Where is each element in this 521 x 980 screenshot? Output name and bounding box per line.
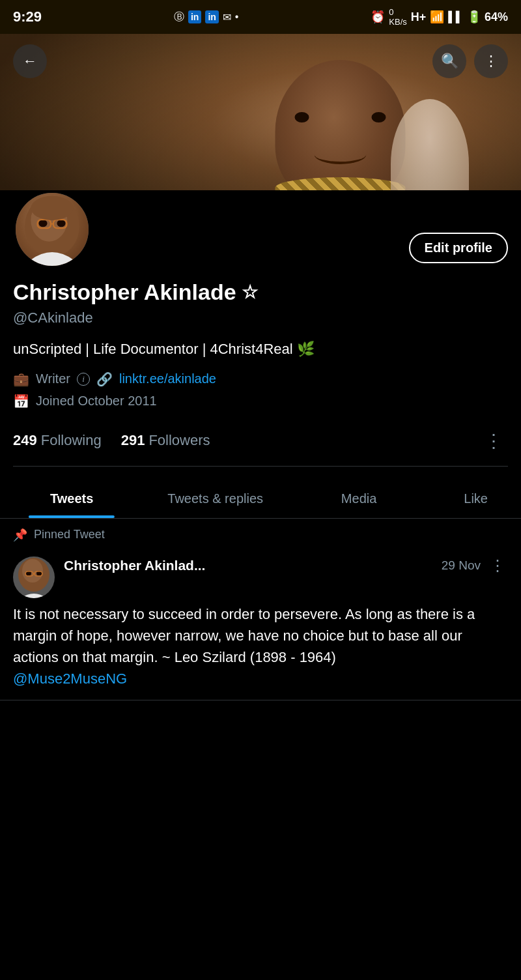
linkedin-icon-2: in [205, 10, 218, 23]
briefcase-icon: 💼 [13, 371, 29, 387]
child-eye-right [372, 112, 386, 122]
data-speed: 0KB/s [389, 7, 406, 27]
tweet-author-name: Christopher Akinlad... [64, 558, 205, 573]
tweet-header: Christopher Akinlad... 29 Nov ⋮ [13, 556, 508, 598]
back-icon: ← [23, 53, 37, 70]
status-bar: 9:29 Ⓑ in in ✉ • ⏰ 0KB/s H+ 📶 ▌▌ 🔋 64% [0, 0, 521, 34]
stats-row: 249 Following 291 Followers ⋮ [13, 416, 508, 467]
display-name: Christopher Akinlade ☆ [13, 279, 508, 306]
nav-right-buttons: 🔍 ⋮ [432, 44, 508, 78]
status-system-icons: ⏰ 0KB/s H+ 📶 ▌▌ 🔋 64% [371, 7, 508, 27]
joined-date-row: 📅 Joined October 2011 [13, 394, 508, 409]
svg-point-2 [38, 220, 47, 227]
avatar-svg [16, 193, 89, 266]
link-text: linktr.ee/akinlade [119, 371, 216, 386]
status-notification-icons: Ⓑ in in ✉ • [174, 10, 239, 24]
more-icon: ⋮ [484, 53, 498, 70]
tweet-more-button[interactable]: ⋮ [487, 556, 508, 575]
battery-icon: 🔋 64% [467, 10, 508, 24]
status-time: 9:29 [13, 8, 42, 25]
stats-more-button[interactable]: ⋮ [479, 427, 508, 454]
user-handle: @CAkinlade [13, 310, 508, 326]
tweet-meta: Christopher Akinlad... 29 Nov ⋮ [64, 556, 508, 577]
display-name-text: Christopher Akinlade [13, 279, 236, 306]
mail-icon: ✉ [223, 11, 231, 23]
tabs-row: Tweets Tweets & replies Media Like [0, 480, 521, 519]
signal-icon-1: 📶 [430, 10, 444, 24]
tab-likes-label: Like [464, 491, 488, 506]
calendar-icon: 📅 [13, 394, 29, 409]
svg-point-9 [22, 559, 43, 583]
info-icon: i [77, 373, 90, 386]
b-icon: Ⓑ [174, 10, 184, 24]
pinned-label-text: Pinned Tweet [34, 528, 105, 541]
avatar-face [16, 193, 89, 266]
child-eye-left [295, 112, 309, 122]
tab-tweets-replies-label: Tweets & replies [167, 491, 263, 506]
back-button[interactable]: ← [13, 44, 47, 78]
network-type: H+ [411, 10, 427, 24]
tweet-name-row: Christopher Akinlad... 29 Nov ⋮ [64, 556, 508, 575]
tweet-feed: 📌 Pinned Tweet Christopher Akinlad [0, 519, 521, 700]
linkedin-icon-1: in [188, 10, 201, 23]
star-icon: ☆ [242, 281, 258, 304]
pinned-label-row: 📌 Pinned Tweet [0, 519, 521, 546]
tab-media[interactable]: Media [287, 480, 430, 518]
avatar-row: Edit profile [13, 190, 508, 268]
occupation-text: Writer [36, 371, 70, 386]
profile-avatar [13, 190, 91, 268]
more-options-button[interactable]: ⋮ [474, 44, 508, 78]
joined-date-text: Joined October 2011 [36, 394, 157, 409]
link-icon: 🔗 [96, 371, 113, 387]
followers-label: Followers [148, 432, 210, 449]
followers-stat[interactable]: 291 Followers [121, 432, 210, 449]
search-button[interactable]: 🔍 [432, 44, 466, 78]
occupation-row: 💼 Writer i 🔗 linktr.ee/akinlade [13, 371, 508, 387]
tweet-date: 29 Nov [442, 558, 481, 573]
following-stat[interactable]: 249 Following [13, 432, 102, 449]
profile-section: Edit profile Christopher Akinlade ☆ @CAk… [0, 190, 521, 480]
signal-icon-2: ▌▌ [448, 11, 463, 23]
user-bio: unScripted | Life Documentor | 4Christ4R… [13, 338, 508, 360]
edit-profile-button[interactable]: Edit profile [409, 233, 508, 263]
tab-tweets-replies[interactable]: Tweets & replies [143, 480, 287, 518]
tab-likes[interactable]: Like [430, 480, 521, 518]
bio-text: unScripted | Life Documentor | 4Christ4R… [13, 341, 315, 357]
followers-count: 291 [121, 432, 145, 449]
child-eyes [295, 112, 386, 122]
tweet-avatar-svg [13, 556, 55, 598]
tab-media-label: Media [341, 491, 376, 506]
pinned-tweet-card: Christopher Akinlad... 29 Nov ⋮ It is no… [0, 546, 521, 700]
tweet-author-avatar [13, 556, 55, 598]
tweet-date-more: 29 Nov ⋮ [442, 556, 508, 575]
profile-link[interactable]: linktr.ee/akinlade [119, 371, 216, 386]
pin-icon: 📌 [13, 528, 27, 542]
dot-icon: • [235, 11, 239, 23]
nav-overlay: ← 🔍 ⋮ [0, 34, 521, 89]
tab-tweets-label: Tweets [50, 491, 93, 506]
tweet-body-text: It is not necessary to succeed in order … [13, 606, 475, 665]
tweet-mention[interactable]: @Muse2MuseNG [13, 670, 127, 687]
alarm-icon: ⏰ [371, 10, 385, 24]
tweet-body: It is not necessary to succeed in order … [13, 603, 508, 689]
svg-point-3 [57, 220, 65, 227]
following-count: 249 [13, 432, 37, 449]
search-icon: 🔍 [441, 53, 458, 70]
svg-point-7 [31, 196, 73, 220]
child-smile [315, 145, 367, 164]
tab-tweets[interactable]: Tweets [0, 480, 143, 518]
following-label: Following [41, 432, 102, 449]
